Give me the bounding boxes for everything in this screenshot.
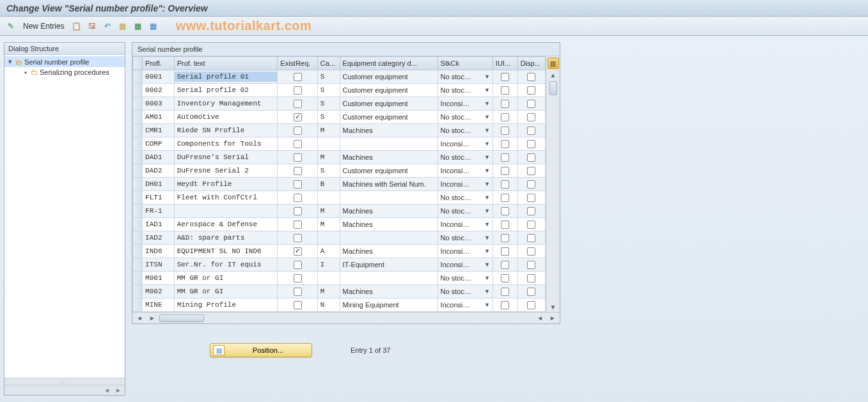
cell-prof-text[interactable]: EQUIPMENT SL NO IND6 <box>175 246 278 256</box>
cell-profl[interactable]: FLT1 <box>143 192 174 203</box>
iui-checkbox[interactable] <box>501 127 509 135</box>
cell-cat-desc[interactable]: Machines <box>340 152 438 162</box>
sidebar-hscroll[interactable]: ◄ ► <box>4 385 125 395</box>
iui-checkbox[interactable] <box>501 274 509 282</box>
stkck-dropdown[interactable]: No stoc…▼ <box>438 194 493 201</box>
cell-cat[interactable] <box>318 196 340 199</box>
col-cat-desc[interactable]: Equipment category d... <box>340 57 438 70</box>
stkck-dropdown[interactable]: Inconsi…▼ <box>438 180 493 188</box>
existreq-checkbox[interactable] <box>294 261 302 269</box>
col-stkck[interactable]: StkCk <box>438 57 493 70</box>
splitter-handle[interactable]: ::: <box>4 378 125 385</box>
row-selector[interactable] <box>133 164 143 178</box>
cell-cat[interactable]: S <box>318 98 340 109</box>
cell-cat-desc[interactable]: IT-Equipment <box>340 259 438 270</box>
select-all-icon[interactable]: ▦ <box>117 20 129 32</box>
existreq-checkbox[interactable] <box>294 113 302 121</box>
new-entries-button[interactable]: New Entries <box>20 20 67 32</box>
iui-checkbox[interactable] <box>501 153 509 162</box>
cell-cat-desc[interactable]: Customer equipment <box>340 85 438 95</box>
cell-profl[interactable]: AM01 <box>143 112 174 122</box>
stkck-dropdown[interactable]: Inconsi…▼ <box>438 301 493 309</box>
cell-cat[interactable]: S <box>318 112 340 122</box>
disp-checkbox[interactable] <box>527 153 535 162</box>
cell-cat[interactable]: S <box>318 85 340 95</box>
stkck-dropdown[interactable]: No stoc…▼ <box>438 127 493 134</box>
cell-profl[interactable]: MINE <box>143 300 174 310</box>
cell-prof-text[interactable]: DuFresne Serial 2 <box>175 166 278 176</box>
cell-prof-text[interactable]: Fleet with ConfCtrl <box>175 192 278 203</box>
disp-checkbox[interactable] <box>527 127 535 135</box>
row-selector[interactable] <box>133 70 143 84</box>
row-selector[interactable] <box>133 97 143 111</box>
cell-prof-text[interactable]: Serial profile 02 <box>175 85 278 95</box>
cell-profl[interactable]: 0001 <box>143 72 174 82</box>
existreq-checkbox[interactable] <box>294 180 302 189</box>
row-selector[interactable] <box>133 178 143 191</box>
cell-cat[interactable]: A <box>318 246 340 256</box>
position-button[interactable]: ▤ Position... <box>210 343 312 357</box>
cell-cat-desc[interactable] <box>340 277 438 279</box>
scroll-down-icon[interactable]: ▼ <box>549 302 558 312</box>
scroll-right-icon[interactable]: ► <box>146 314 158 321</box>
cell-cat[interactable]: M <box>318 152 340 162</box>
cell-prof-text[interactable]: Heydt Profile <box>175 179 278 189</box>
cell-cat[interactable]: S <box>318 166 340 176</box>
cell-profl[interactable]: IND6 <box>143 246 174 256</box>
cell-prof-text[interactable]: A&D: spare parts <box>175 233 278 243</box>
cell-prof-text[interactable]: Ser.Nr. for IT equis <box>175 259 278 270</box>
cell-prof-text[interactable]: Inventory Management <box>175 98 278 109</box>
stkck-dropdown[interactable]: No stoc…▼ <box>438 234 493 242</box>
cell-profl[interactable]: COMP <box>143 139 174 149</box>
configure-columns-icon[interactable]: ▥ <box>548 58 559 69</box>
disp-checkbox[interactable] <box>527 220 535 229</box>
cell-profl[interactable]: M002 <box>143 286 174 297</box>
iui-checkbox[interactable] <box>501 180 509 189</box>
scroll-right-end-icon[interactable]: ► <box>547 314 558 321</box>
cell-profl[interactable]: M001 <box>143 273 174 283</box>
cell-profl[interactable]: FR-1 <box>143 206 174 216</box>
cell-cat-desc[interactable]: Customer equipment <box>340 166 438 176</box>
cell-prof-text[interactable]: DuFresne's Serial <box>175 152 278 162</box>
row-selector[interactable] <box>133 272 143 285</box>
stkck-dropdown[interactable]: Inconsi…▼ <box>438 261 493 268</box>
existreq-checkbox[interactable] <box>294 73 302 81</box>
row-selector[interactable] <box>133 245 143 258</box>
cell-cat[interactable] <box>318 277 340 279</box>
vertical-scrollbar[interactable]: ▥ ▲ ▼ <box>546 56 560 312</box>
col-disp[interactable]: Disp... <box>517 57 545 70</box>
cell-cat-desc[interactable]: Machines <box>340 246 438 256</box>
scroll-left-icon[interactable]: ◄ <box>134 314 145 321</box>
col-cat[interactable]: Ca... <box>317 57 340 70</box>
iui-checkbox[interactable] <box>501 207 509 215</box>
iui-checkbox[interactable] <box>501 73 509 81</box>
cell-prof-text[interactable]: MM GR or GI <box>175 286 278 297</box>
hscroll-thumb[interactable] <box>159 314 204 322</box>
tree-node-serial-number-profile[interactable]: ▾ 🗁 Serial number profile <box>4 56 125 67</box>
cell-cat-desc[interactable] <box>340 236 438 239</box>
row-selector[interactable] <box>133 137 143 151</box>
scroll-left-end-icon[interactable]: ◄ <box>534 314 546 321</box>
toggle-view-icon[interactable]: ✎ <box>5 20 17 32</box>
cell-cat-desc[interactable]: Customer equipment <box>340 98 438 109</box>
existreq-checkbox[interactable] <box>294 234 302 242</box>
disp-checkbox[interactable] <box>527 86 535 95</box>
iui-checkbox[interactable] <box>501 86 509 95</box>
horizontal-scrollbar[interactable]: ◄ ► ◄ ► <box>132 312 560 323</box>
stkck-dropdown[interactable]: Inconsi…▼ <box>438 220 493 228</box>
cell-prof-text[interactable]: Components for Tools <box>175 139 278 149</box>
iui-checkbox[interactable] <box>501 167 509 175</box>
disp-checkbox[interactable] <box>527 167 535 175</box>
iui-checkbox[interactable] <box>501 113 509 121</box>
cell-cat-desc[interactable]: Machines with Serial Num. <box>340 179 438 189</box>
expand-icon[interactable]: ▾ <box>7 58 13 66</box>
cell-cat[interactable]: M <box>318 125 340 135</box>
cell-cat[interactable] <box>318 143 340 145</box>
disp-checkbox[interactable] <box>527 274 535 282</box>
col-existreq[interactable]: ExistReq. <box>278 57 318 70</box>
cell-cat[interactable] <box>318 236 340 239</box>
cell-cat[interactable]: N <box>318 300 340 310</box>
existreq-checkbox[interactable] <box>294 301 302 309</box>
row-selector[interactable] <box>133 258 143 272</box>
cell-profl[interactable]: DAD1 <box>143 152 174 162</box>
